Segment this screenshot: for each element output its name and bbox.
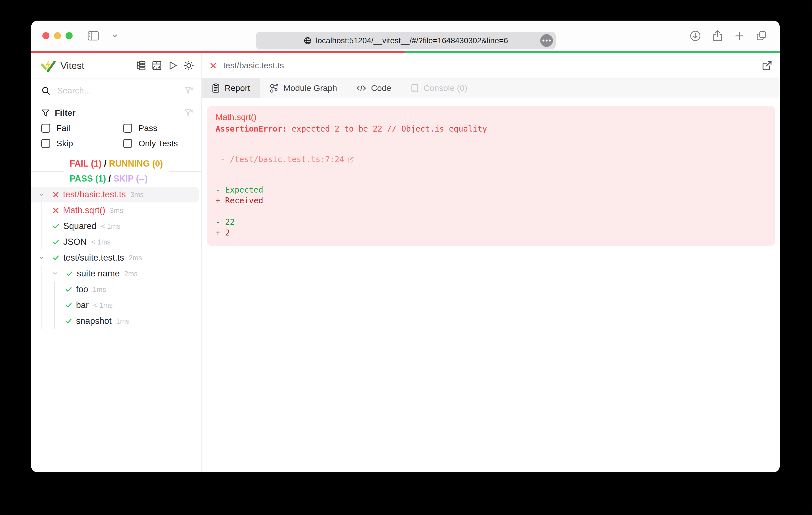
test-duration: 1ms	[93, 285, 106, 294]
tree-row-snapshot[interactable]: snapshot 1ms	[55, 313, 201, 329]
main-panel: test/basic.test.ts	[202, 53, 780, 473]
minimize-window-button[interactable]	[54, 32, 61, 39]
run-all-icon[interactable]	[168, 60, 178, 70]
summary-line-2: PASS (1) / SKIP (--)	[69, 171, 163, 186]
test-label: test/basic.test.ts	[63, 189, 126, 200]
address-bar[interactable]: localhost:51204/__vitest__/#/?file=16484…	[256, 32, 556, 50]
fail-icon	[52, 191, 60, 199]
error-report: Math.sqrt() AssertionError: expected 2 t…	[207, 106, 775, 246]
close-window-button[interactable]	[42, 32, 50, 39]
open-file-title: test/basic.test.ts	[223, 61, 284, 70]
clear-search-filter-icon[interactable]	[184, 86, 194, 95]
sidebar-header: Vitest	[31, 53, 201, 79]
file-children: Math.sqrt() 3ms Squared < 1ms	[41, 203, 201, 250]
chevron-down-icon[interactable]	[52, 271, 58, 277]
checkbox-label: Pass	[139, 123, 157, 133]
tree-row-suite-test-file[interactable]: test/suite.test.ts 2ms	[31, 250, 201, 266]
dashboard-icon[interactable]	[152, 60, 162, 70]
diff-expected-label: - Expected	[215, 185, 767, 195]
progress-fail-segment	[31, 51, 405, 53]
chevron-down-icon[interactable]	[38, 191, 45, 198]
search-bar	[31, 79, 201, 103]
test-summary: FAIL (1) / RUNNING (0) PASS (1) / SKIP (…	[31, 155, 201, 187]
open-in-editor-icon[interactable]	[761, 60, 773, 71]
diff-received-label: + Received	[215, 195, 767, 206]
tree-row-squared[interactable]: Squared < 1ms	[41, 218, 201, 234]
checkbox-label: Only Tests	[139, 139, 178, 148]
tab-overview-icon[interactable]	[755, 30, 767, 42]
filter-option-skip[interactable]: Skip	[41, 138, 123, 149]
tree-row-bar[interactable]: bar < 1ms	[55, 297, 201, 313]
share-icon[interactable]	[712, 30, 723, 42]
theme-toggle-icon[interactable]	[183, 60, 194, 71]
filter-option-pass[interactable]: Pass	[123, 123, 194, 133]
pass-icon	[52, 222, 60, 230]
checkbox[interactable]	[123, 139, 132, 148]
new-tab-icon[interactable]	[734, 30, 745, 41]
filter-section: Filter Fail Pass	[31, 103, 201, 155]
url-text: localhost:51204/__vitest__/#/?file=16484…	[316, 36, 508, 45]
file-children: suite name 2ms foo 1ms	[41, 266, 201, 329]
search-input[interactable]	[57, 86, 184, 96]
tab-label: Module Graph	[283, 83, 337, 93]
external-link-icon	[347, 134, 414, 185]
test-duration: 3ms	[110, 206, 123, 215]
test-label: JSON	[63, 237, 87, 247]
diff-expected-value: - 22	[215, 217, 767, 228]
fail-icon	[209, 62, 217, 69]
test-label: bar	[76, 300, 89, 310]
app-title: Vitest	[60, 60, 84, 71]
filter-option-fail[interactable]: Fail	[41, 123, 123, 133]
checkbox[interactable]	[123, 124, 132, 133]
clear-filter-icon[interactable]	[184, 108, 194, 118]
browser-window: localhost:51204/__vitest__/#/?file=16484…	[31, 21, 780, 473]
pass-icon	[65, 317, 72, 325]
test-label: Math.sqrt()	[63, 205, 106, 215]
tab-label: Console (0)	[424, 83, 467, 93]
chevron-down-icon[interactable]	[111, 32, 118, 39]
filter-icon	[41, 109, 50, 117]
test-label: foo	[76, 284, 88, 295]
sidebar: Vitest	[31, 53, 202, 473]
test-duration: 1ms	[116, 317, 129, 325]
tab-module-graph[interactable]: Module Graph	[260, 79, 347, 98]
globe-icon	[303, 36, 312, 45]
tab-console[interactable]: Console (0)	[401, 79, 477, 98]
checkbox[interactable]	[41, 139, 50, 148]
test-duration: 2ms	[128, 254, 142, 262]
tree-row-suite-name[interactable]: suite name 2ms	[41, 266, 201, 281]
tab-report[interactable]: Report	[202, 79, 260, 98]
test-label: snapshot	[76, 316, 112, 326]
suite-children: foo 1ms bar < 1ms	[54, 281, 201, 329]
search-icon	[41, 86, 50, 95]
tab-code[interactable]: Code	[347, 79, 401, 98]
filter-option-only-tests[interactable]: Only Tests	[123, 138, 194, 149]
tree-row-json[interactable]: JSON < 1ms	[41, 234, 201, 250]
test-duration: < 1ms	[91, 238, 111, 246]
test-label: suite name	[77, 269, 120, 279]
stack-trace-link[interactable]: - /test/basic.test.ts:7:24	[215, 134, 767, 185]
tree-row-basic-test-file[interactable]: test/basic.test.ts 3ms	[31, 187, 199, 203]
pass-icon	[65, 285, 72, 293]
pass-icon	[52, 254, 60, 262]
vitest-logo-icon	[41, 58, 56, 72]
view-tabs: Report Module Graph	[202, 79, 780, 98]
filter-title: Filter	[55, 108, 76, 118]
page-settings-button[interactable]	[540, 34, 553, 47]
code-icon	[356, 84, 367, 92]
tree-row-foo[interactable]: foo 1ms	[55, 281, 201, 297]
checkbox[interactable]	[41, 124, 50, 133]
report-view: Math.sqrt() AssertionError: expected 2 t…	[202, 98, 780, 473]
pass-icon	[65, 270, 74, 277]
sidebar-toggle-icon[interactable]	[87, 31, 99, 41]
module-graph-icon	[269, 83, 279, 93]
traffic-lights	[42, 32, 72, 39]
diff-received-value: + 2	[215, 228, 767, 238]
test-duration: 3ms	[130, 190, 144, 199]
collapse-tests-icon[interactable]	[136, 60, 146, 70]
tree-row-math-sqrt[interactable]: Math.sqrt() 3ms	[41, 203, 201, 218]
downloads-icon[interactable]	[689, 30, 701, 42]
chevron-down-icon[interactable]	[38, 255, 45, 261]
file-header: test/basic.test.ts	[202, 53, 780, 79]
zoom-window-button[interactable]	[65, 32, 72, 39]
